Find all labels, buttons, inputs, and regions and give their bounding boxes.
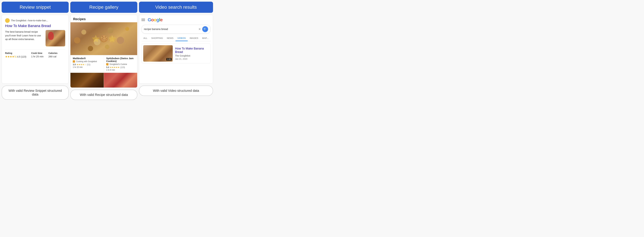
hamburger-menu-icon[interactable] <box>142 19 145 21</box>
recipe-rating-num-2: 5.0 <box>106 66 109 68</box>
recipe-gallery-footer: With valid Recipe structured data <box>70 90 137 100</box>
video-info: How To Make Banana Bread The Googlebot J… <box>175 45 209 62</box>
tab-shopping[interactable]: SHOPPING <box>149 36 165 41</box>
recipe-time-2: 1 hr 8 min <box>106 69 135 71</box>
clear-search-icon[interactable]: ✕ <box>198 27 201 31</box>
calories-stat: Calories 260 cal <box>48 52 58 58</box>
recipe-gallery-panel: Recipe gallery Recipes Mailänderli Cooki… <box>70 2 137 100</box>
review-title[interactable]: How To Make Banana Bread <box>5 24 65 28</box>
video-search-header: Video search results <box>139 2 213 13</box>
review-snippet-header: Review snippet <box>2 2 69 13</box>
video-search-footer: With valid Video structured data <box>139 86 213 96</box>
recipe-time-1: 1 hr 22 min <box>73 66 102 68</box>
recipe-cards-row: Mailänderli Cooking with Googlebot 3.9 ★… <box>70 55 137 73</box>
tab-maps[interactable]: MAP... <box>200 36 210 41</box>
recipe-author-2: Googlebot's Cuisine <box>110 63 127 66</box>
search-tabs: ALL SHOPPING NEWS VIDEOS IMAGES MAP... <box>142 36 210 41</box>
author-icon-2 <box>106 63 108 66</box>
recipe-card-2[interactable]: Spitzbuben (Swiss Jam Cookies) Googlebot… <box>104 55 137 73</box>
video-search-content: Google recipe banana bread ✕ 🔍 ALL SHOPP… <box>139 15 213 84</box>
review-snippet-footer: With valid Review Snippet structured dat… <box>2 86 69 100</box>
rating-stat: Rating ★★★★½ 4.5 (123) <box>5 52 26 58</box>
search-button-icon: 🔍 <box>204 28 207 31</box>
video-search-panel: Video search results Google recipe banan… <box>139 2 213 96</box>
review-description: The best banana bread recipe you'll ever… <box>5 30 43 46</box>
recipe-card-1[interactable]: Mailänderli Cooking with Googlebot 3.9 ★… <box>70 55 104 73</box>
video-result-item[interactable]: 1:02 How To Make Banana Bread The Google… <box>142 44 210 64</box>
recipes-section-label: Recipes <box>70 15 137 22</box>
author-icon-1 <box>73 60 75 62</box>
search-input[interactable]: recipe banana bread <box>144 28 197 31</box>
tab-videos[interactable]: VIDEOS <box>176 36 188 41</box>
recipe-main-image <box>70 22 137 55</box>
search-button[interactable]: 🔍 <box>202 26 208 32</box>
review-snippet-panel: Review snippet The Googlebot › how-to-ma… <box>2 2 69 100</box>
video-thumbnail: 1:02 <box>143 45 173 62</box>
recipe-gallery-header: Recipe gallery <box>70 2 137 13</box>
recipe-bottom-images <box>70 73 137 88</box>
recipe-count-2: (123) <box>120 66 125 68</box>
video-date: Jan 21, 2020 <box>175 58 209 60</box>
cook-time-stat: Cook time 1 hr 25 min <box>31 52 44 58</box>
recipe-bottom-img-right <box>104 73 137 88</box>
video-channel: The Googlebot <box>175 54 209 57</box>
site-breadcrumb: The Googlebot › how-to-make-ban... <box>11 19 48 22</box>
tab-images[interactable]: IMAGES <box>188 36 200 41</box>
tab-news[interactable]: NEWS <box>165 36 175 41</box>
google-header: Google <box>142 17 210 22</box>
search-bar[interactable]: recipe banana bread ✕ 🔍 <box>142 25 210 34</box>
site-favicon-icon <box>5 18 10 23</box>
video-duration-badge: 1:02 <box>166 58 172 61</box>
google-logo: Google <box>148 17 162 22</box>
recipe-stars-1: ★★★★☆ <box>76 63 86 66</box>
tab-all[interactable]: ALL <box>142 36 149 41</box>
recipe-card-2-name: Spitzbuben (Swiss Jam Cookies) <box>106 57 135 62</box>
recipe-count-1: (11) <box>87 64 90 66</box>
video-title[interactable]: How To Make Banana Bread <box>175 47 209 54</box>
star-rating-icon: ★★★★½ <box>5 55 16 58</box>
review-snippet-content: The Googlebot › how-to-make-ban... How T… <box>2 15 69 84</box>
rating-count: 4.5 (123) <box>17 56 26 58</box>
recipe-card-1-name: Mailänderli <box>73 57 102 60</box>
recipe-rating-num-1: 3.9 <box>73 63 76 66</box>
recipe-gallery-content: Recipes Mailänderli Cooking with Googleb… <box>70 15 137 88</box>
recipe-stars-2: ★★★★★ <box>110 66 120 68</box>
recipe-author-1: Cooking with Googlebot <box>76 60 97 62</box>
recipe-bottom-img-left <box>70 73 104 88</box>
review-food-image <box>46 30 65 46</box>
